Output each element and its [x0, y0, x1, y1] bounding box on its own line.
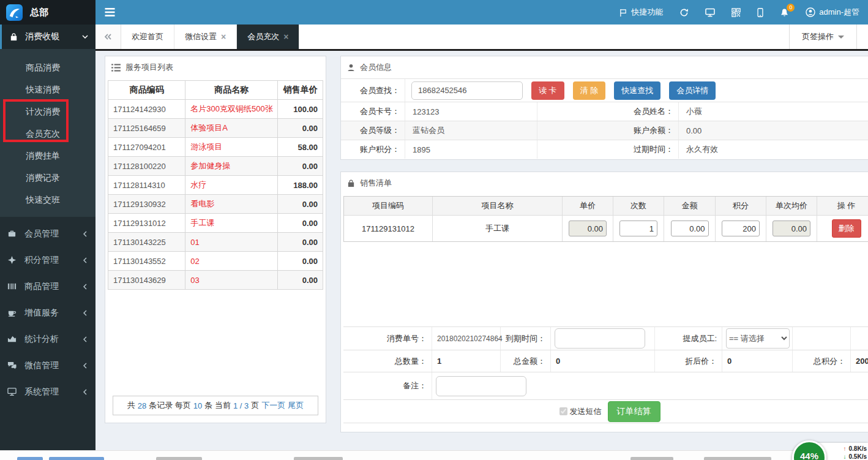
sidebar-group-members[interactable]: 会员管理 [0, 221, 95, 247]
quick-search-button[interactable]: 快速查找 [614, 81, 660, 100]
table-row[interactable]: 171129130932看电影0.00 [108, 195, 323, 214]
area-chart-icon [7, 334, 17, 344]
sidebar-item-quick-shift[interactable]: 快速交班 [0, 189, 95, 211]
total-points: 200 [856, 356, 868, 366]
app-logo-icon [6, 4, 23, 21]
discounted-price: 0 [727, 356, 731, 366]
close-icon[interactable]: × [221, 32, 226, 42]
member-search-input[interactable] [411, 81, 523, 100]
remark-row: 备注： [343, 372, 868, 400]
refresh-button[interactable] [679, 8, 689, 17]
table-row[interactable]: 171124142930名片300克双铜纸500张100.00 [108, 100, 323, 119]
points-input[interactable] [722, 221, 760, 236]
count-input[interactable] [619, 221, 657, 236]
table-row[interactable]: 171130143225010.00 [108, 233, 323, 252]
logo-link[interactable]: 总部 [0, 0, 95, 25]
network-speeds: ↑0.8K/s ↓0.5K/s [831, 445, 867, 460]
table-row[interactable]: 171127094201游泳项目58.00 [108, 138, 323, 157]
monitor-screen-button[interactable] [705, 8, 715, 17]
user-icon [347, 64, 355, 72]
chevron-left-icon [83, 363, 87, 369]
sidebar-toggle-button[interactable] [95, 0, 124, 25]
order-summary: 消费单号： 2018020210274864 到期时间： 提成员工: == 请选… [343, 326, 868, 423]
tab-actions-dropdown[interactable]: 页签操作 [789, 25, 857, 49]
comments-icon [7, 361, 17, 370]
table-row[interactable]: 171130143629030.00 [108, 271, 323, 290]
sidebar-group-points[interactable]: 积分管理 [0, 247, 95, 273]
panel-title: 销售清单 [360, 178, 392, 189]
main-content: 服务项目列表 商品编码 商品名称 销售单价 171124142930名片300克… [95, 51, 868, 450]
expire-date-input[interactable] [555, 328, 645, 349]
next-page-link[interactable]: 下一页 [261, 400, 285, 411]
sidebar-item-consume-records[interactable]: 消费记录 [0, 167, 95, 189]
sidebar-item-goods-consume[interactable]: 商品消费 [0, 56, 95, 78]
chevron-left-icon [83, 284, 87, 290]
member-name: 小薇 [686, 106, 702, 117]
table-row[interactable]: 171125164659体验项目A0.00 [108, 119, 323, 138]
avg-price-input[interactable] [773, 221, 810, 236]
table-row[interactable]: 171130143552020.00 [108, 252, 323, 271]
user-menu[interactable]: admin-超管 [806, 7, 859, 18]
background-window-fragment [49, 457, 104, 460]
close-icon[interactable]: × [283, 32, 288, 42]
order-row: 消费单号： 2018020210274864 到期时间： 提成员工: == 请选… [343, 327, 868, 350]
member-card-no: 123123 [413, 107, 439, 116]
quick-functions-menu[interactable]: 快捷功能 [619, 7, 663, 18]
clear-button[interactable]: 清 除 [573, 81, 606, 100]
background-window-fragment [704, 457, 771, 460]
sidebar-group-wechat[interactable]: 微信管理 [0, 352, 95, 379]
chevron-left-icon [83, 257, 87, 263]
unit-price-input[interactable] [569, 221, 607, 236]
service-items-panel: 服务项目列表 商品编码 商品名称 销售单价 171124142930名片300克… [105, 56, 326, 423]
sidebar-item-count-consume[interactable]: 计次消费 [0, 100, 95, 123]
totals-row: 总数量： 1 总金额： 0 折后价： 0 总积分： 200 [343, 350, 868, 372]
sidebar-group-cashier[interactable]: 消费收银 [0, 25, 95, 49]
sidebar-group-system[interactable]: 系统管理 [0, 379, 95, 405]
tab-wechat-settings[interactable]: 微信设置 × [174, 25, 237, 49]
commission-staff-select[interactable]: == 请选择 [726, 328, 790, 349]
briefcase-icon [7, 229, 17, 238]
remark-input[interactable] [436, 376, 526, 396]
user-avatar-icon [806, 7, 815, 17]
delete-item-button[interactable]: 删除 [832, 219, 861, 238]
star-icon [7, 255, 17, 265]
table-row[interactable]: 171128114310水疗188.00 [108, 176, 323, 195]
account-points: 1895 [413, 145, 430, 154]
flag-icon [619, 9, 627, 17]
qrcode-button[interactable] [731, 8, 741, 17]
send-sms-checkbox[interactable] [559, 407, 567, 415]
table-row[interactable]: 171128100220参加健身操0.00 [108, 157, 323, 176]
download-arrow-icon: ↓ [844, 453, 847, 460]
sidebar-group-goods[interactable]: 商品管理 [0, 273, 95, 300]
tab-welcome[interactable]: 欢迎首页 [121, 25, 174, 49]
coffee-cup-icon [7, 308, 17, 317]
order-number: 2018020210274864 [437, 334, 503, 343]
chevron-left-icon [83, 310, 87, 316]
total-quantity: 1 [437, 356, 441, 366]
table-row[interactable]: 171129131012手工课0.00 [108, 214, 323, 233]
amount-input[interactable] [671, 221, 709, 236]
item-code: 171129131012 [362, 224, 414, 233]
tabs-collapse-button[interactable] [95, 25, 121, 49]
sidebar-group-value-added[interactable]: 增值服务 [0, 300, 95, 326]
topbar: 快捷功能 0 admin-超管 [95, 0, 868, 25]
sidebar-item-member-recharge[interactable]: 会员充次 [0, 123, 95, 145]
user-name: admin-超管 [819, 7, 859, 18]
sidebar-group-statistics[interactable]: 统计分析 [0, 326, 95, 352]
desktop-icon [7, 387, 17, 396]
read-card-button[interactable]: 读 卡 [531, 81, 564, 100]
background-window-strip [0, 450, 868, 460]
tab-member-recharge[interactable]: 会员充次 × [237, 25, 299, 49]
member-info-panel: 会员信息 会员查找： 读 卡 清 除 快速查找 会员详情 会员卡号： 12312… [340, 56, 868, 160]
shopping-bag-icon [9, 32, 19, 42]
last-page-link[interactable]: 尾页 [288, 400, 304, 411]
item-name: 手工课 [485, 223, 509, 234]
sidebar-item-quick-consume[interactable]: 快速消费 [0, 78, 95, 100]
expire-time: 永久有效 [686, 144, 718, 155]
member-detail-button[interactable]: 会员详情 [669, 81, 716, 100]
barcode-icon [7, 282, 17, 291]
sidebar-item-consume-hold[interactable]: 消费挂单 [0, 145, 95, 167]
mobile-button[interactable] [757, 8, 763, 17]
notifications-button[interactable]: 0 [780, 8, 789, 17]
settle-order-button[interactable]: 订单结算 [608, 401, 660, 422]
